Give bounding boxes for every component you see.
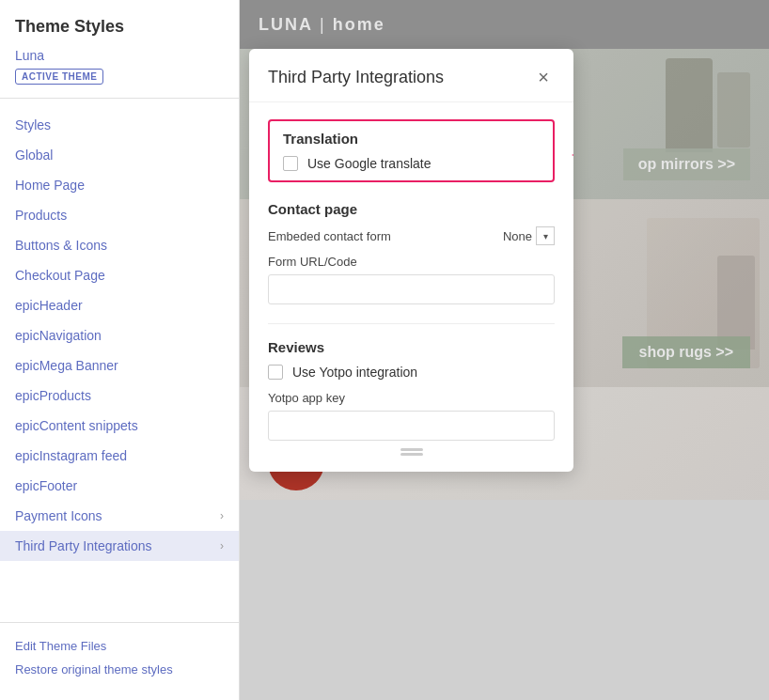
theme-info: Luna ACTIVE THEME [0,48,239,98]
red-arrow-annotation [569,136,573,174]
sidebar-item-epic-footer[interactable]: epicFooter [0,471,239,501]
dropdown-arrow-icon[interactable]: ▾ [536,226,555,245]
theme-name: Luna [15,48,224,63]
translation-section: Translation Use Google translate [268,119,555,182]
sidebar: Theme Styles Luna ACTIVE THEME Styles Gl… [0,0,240,700]
sidebar-bottom: Edit Theme Files Restore original theme … [0,622,239,700]
embedded-form-value: None [503,229,532,243]
embedded-form-row: Embeded contact form None ▾ [268,226,555,245]
sidebar-item-third-party[interactable]: Third Party Integrations › [0,531,239,561]
chevron-right-icon: › [220,539,224,552]
third-party-modal: Third Party Integrations × Translation U… [249,49,573,472]
yotpo-key-input[interactable] [268,411,555,441]
yotpo-checkbox[interactable] [268,365,283,380]
yotpo-key-group: Yotpo app key [268,391,555,441]
sidebar-item-epic-instagram[interactable]: epicInstagram feed [0,441,239,471]
yotpo-key-label: Yotpo app key [268,391,555,405]
form-url-input[interactable] [268,274,555,304]
modal-close-button[interactable]: × [532,66,555,88]
sidebar-item-styles[interactable]: Styles [0,110,239,140]
form-url-label: Form URL/Code [268,255,555,269]
reviews-section-title: Reviews [268,339,555,355]
sidebar-divider [0,98,239,99]
modal-title: Third Party Integrations [268,68,444,87]
modal-body: Translation Use Google translate [249,102,573,472]
google-translate-checkbox[interactable] [283,156,298,171]
embedded-form-select[interactable]: None ▾ [503,226,555,245]
main-content: LUNA | home op mirrors >> shop rugs >> 2… [240,0,769,700]
sidebar-item-checkout[interactable]: Checkout Page [0,260,239,290]
translation-section-title: Translation [283,131,540,147]
sidebar-item-epic-header[interactable]: epicHeader [0,290,239,320]
sidebar-item-epic-mega-banner[interactable]: epicMega Banner [0,350,239,381]
form-url-group: Form URL/Code [268,255,555,304]
yotpo-label: Use Yotpo integration [292,365,417,380]
sidebar-item-epic-products[interactable]: epicProducts [0,381,239,411]
sidebar-title: Theme Styles [0,0,239,48]
contact-section: Contact page Embeded contact form None ▾… [268,201,555,304]
chevron-right-icon: › [220,509,224,522]
sidebar-item-payment-icons[interactable]: Payment Icons › [0,501,239,531]
sidebar-item-epic-content[interactable]: epicContent snippets [0,411,239,441]
section-divider [268,323,555,324]
sidebar-item-homepage[interactable]: Home Page [0,170,239,200]
contact-section-title: Contact page [268,201,555,217]
modal-overlay: Third Party Integrations × Translation U… [240,0,769,700]
modal-drag-handle [268,441,555,455]
sidebar-nav: Styles Global Home Page Products Buttons… [0,106,239,622]
sidebar-item-epic-navigation[interactable]: epicNavigation [0,320,239,350]
sidebar-item-products[interactable]: Products [0,200,239,230]
active-theme-badge: ACTIVE THEME [15,69,103,85]
restore-theme-link[interactable]: Restore original theme styles [15,658,224,681]
google-translate-label: Use Google translate [307,156,432,171]
drag-handle-icon [400,448,423,451]
sidebar-item-global[interactable]: Global [0,140,239,170]
translation-wrapper: Translation Use Google translate [268,119,555,182]
sidebar-item-buttons-icons[interactable]: Buttons & Icons [0,230,239,260]
modal-header: Third Party Integrations × [249,49,573,102]
embedded-form-label: Embeded contact form [268,229,391,243]
reviews-section: Reviews Use Yotpo integration Yotpo app … [268,339,555,441]
yotpo-checkbox-row: Use Yotpo integration [268,365,555,380]
edit-theme-files-link[interactable]: Edit Theme Files [15,634,224,658]
translation-checkbox-row: Use Google translate [283,156,540,171]
